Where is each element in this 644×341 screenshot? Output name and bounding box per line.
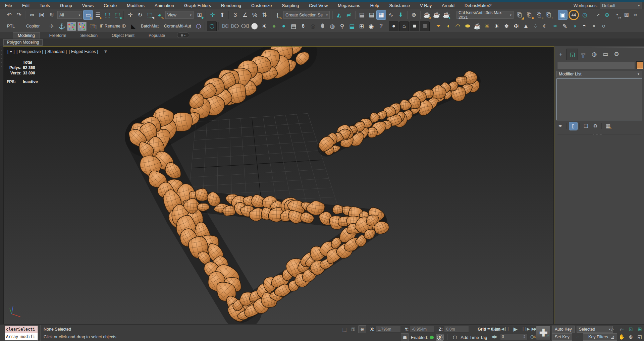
menu-substance[interactable]: Substance (384, 2, 415, 9)
doc-list-icon[interactable]: ▤ (289, 22, 298, 31)
menu-animation[interactable]: Animation (150, 2, 179, 9)
grid-box-icon[interactable]: ⊞ (357, 22, 366, 31)
noise-icon[interactable] (77, 22, 87, 31)
help-circle-icon[interactable]: ? (376, 22, 385, 31)
viewport-canvas[interactable] (3, 47, 554, 324)
x-coordinate-field[interactable]: 1,796m (376, 326, 401, 333)
next-frame-button[interactable]: ❘❘▶ (521, 326, 530, 332)
toolbar-handle[interactable] (1, 22, 3, 31)
menu-graph-editors[interactable]: Graph Editors (179, 2, 216, 9)
sun-light-icon[interactable]: ☀ (260, 22, 269, 31)
menu-help[interactable]: Help (365, 2, 384, 9)
brush-icon[interactable]: ✎ (560, 22, 569, 31)
selection-lock-icon[interactable]: ⚿ (350, 326, 357, 333)
key-filters-icon[interactable]: ⁖ (574, 333, 581, 341)
if-rename-id-button[interactable]: IF Rename ID (97, 22, 128, 30)
viewport-filter-icon[interactable]: ▼ (104, 49, 108, 54)
zoom-extents-icon[interactable]: ⊡ (627, 326, 634, 333)
gizmo-ship-icon[interactable]: ✈ (47, 22, 56, 31)
zoom-all-icon[interactable]: ⌕▪ (618, 326, 625, 333)
polygon-modeling-panel[interactable]: Polygon Modeling (3, 39, 43, 46)
disc-icon[interactable]: ⬬ (463, 22, 472, 31)
undo-icon[interactable]: ↶ (5, 10, 14, 19)
named-selection-set-dropdown[interactable]: Create Selection Se▾ (283, 11, 330, 19)
show-end-result-icon[interactable]: ▯ (569, 122, 577, 130)
select-link-icon[interactable]: ∞ (28, 10, 37, 19)
current-frame-field[interactable]: 0⇕ (500, 333, 528, 340)
pan-icon[interactable]: ✋ (618, 333, 625, 340)
menu-scripting[interactable]: Scripting (277, 2, 304, 9)
tire-icon[interactable]: ◎ (308, 22, 317, 31)
corona-logo-icon[interactable]: ⬡ (194, 22, 203, 31)
schematic-view-icon[interactable]: ⬇ (396, 10, 405, 19)
toolbar-handle[interactable] (554, 11, 557, 19)
window-crossing-icon[interactable]: ⬚■ (113, 10, 122, 19)
use-pivot-center-icon[interactable]: ⊞✚ (195, 10, 204, 19)
spheres-3-icon[interactable]: ⚬ (589, 22, 598, 31)
edit-named-selections-icon[interactable]: {✎ (273, 10, 282, 19)
isolate-selection-icon[interactable]: ⬚ (341, 326, 348, 333)
viewport-menu-general[interactable]: [ + ] (7, 49, 14, 54)
scene-script-1-icon[interactable]: ⎗◢ (515, 10, 524, 19)
render-region-icon[interactable]: ⊠ (622, 10, 631, 19)
configure-modifier-sets-icon[interactable]: ▦✎ (604, 122, 612, 130)
align-icon[interactable]: ≓ (344, 10, 353, 19)
notification-badge[interactable]: 0 (436, 334, 444, 341)
menu-create[interactable]: Create (99, 2, 122, 9)
ribbon-toggle-icon[interactable]: ▦ (377, 10, 386, 19)
copitor-button[interactable]: Copitor (23, 22, 42, 30)
angle-snap-icon[interactable]: ∠⌒ (240, 10, 250, 19)
select-place-icon[interactable]: ◕✎ (155, 10, 164, 19)
teapot-icon[interactable]: ☕ (473, 22, 482, 31)
noise-c-icon[interactable] (67, 22, 76, 31)
rendered-frame-icon[interactable]: ☕ (432, 10, 441, 19)
torus-icon[interactable]: ◠ (453, 22, 462, 31)
dark-box-icon[interactable]: ■ (410, 21, 419, 31)
shield-icon[interactable]: ☗ (401, 333, 409, 341)
object-name-field[interactable] (557, 62, 635, 69)
toolbar-handle[interactable] (452, 11, 454, 19)
sphere-icon[interactable]: ◍ (328, 22, 337, 31)
set-keys-button[interactable]: ✚⌐ (536, 326, 551, 340)
menu-megascans[interactable]: Megascans (333, 2, 365, 9)
set-key-button[interactable]: Set Key (552, 333, 572, 341)
ribbon-tab-modeling[interactable]: Modeling (13, 32, 40, 39)
tab-utilities[interactable]: ⚙ (611, 49, 622, 60)
ribbon-tab-populate[interactable]: Populate (144, 33, 170, 39)
menu-views[interactable]: Views (77, 2, 99, 9)
teal-sphere-icon[interactable]: ● (279, 22, 288, 31)
toolbar-handle[interactable] (591, 11, 593, 19)
add-time-tag[interactable]: Add Time Tag (461, 335, 487, 340)
menu-tools[interactable]: Tools (35, 2, 55, 9)
menu-civil-view[interactable]: Civil View (304, 2, 333, 9)
menu-file[interactable]: File (0, 2, 17, 9)
tab-create[interactable]: + (555, 49, 567, 60)
viewport-menu-shading[interactable]: [ Edged Faces ] (69, 49, 98, 54)
render-production-icon[interactable]: ☕↯ (442, 10, 451, 19)
lamp-post-icon[interactable]: ⚲ (337, 22, 346, 31)
rollout-grip[interactable] (593, 133, 602, 135)
keyboard-override-icon[interactable]: ⬆ (218, 10, 227, 19)
eye-icon[interactable]: ◉ (367, 22, 376, 31)
hemisphere-icon[interactable]: ◓ (580, 22, 589, 31)
workspaces-dropdown[interactable]: Default▾ (600, 2, 642, 9)
coronamtl-button[interactable]: CoronaMtl-Aut (161, 22, 194, 30)
monitor-split-icon[interactable]: ⬓ (347, 22, 356, 31)
scene-explorer-icon[interactable]: ▤ (357, 10, 366, 19)
field-of-view-icon[interactable]: ⊿ (609, 333, 616, 340)
menu-group[interactable]: Group (55, 2, 77, 9)
anchor-tool-icon[interactable]: ⚓ (57, 22, 66, 31)
zoom-icon[interactable]: ⌕ (609, 326, 616, 333)
gizmo-target-icon[interactable]: ⊕ (602, 10, 611, 19)
viewport-menu-pov[interactable]: [ Perspective ] (16, 49, 43, 54)
timer-icon[interactable]: ◷ (580, 10, 589, 19)
selection-set-key-dropdown[interactable]: Selected▾ (577, 326, 613, 333)
modifier-stack[interactable] (556, 78, 642, 120)
tree-icon[interactable]: ♠ (269, 22, 278, 31)
selection-region-icon[interactable]: ⬚ (103, 10, 112, 19)
menu-customize[interactable]: Customize (246, 2, 277, 9)
maxscript-mini-listener[interactable]: clearSelecti Array modifi (5, 326, 38, 341)
go-to-start-button[interactable]: ❘◀◀ (490, 326, 500, 332)
windmill-icon[interactable]: ✠ (512, 22, 521, 31)
tab-motion[interactable]: ◍ (589, 49, 600, 60)
